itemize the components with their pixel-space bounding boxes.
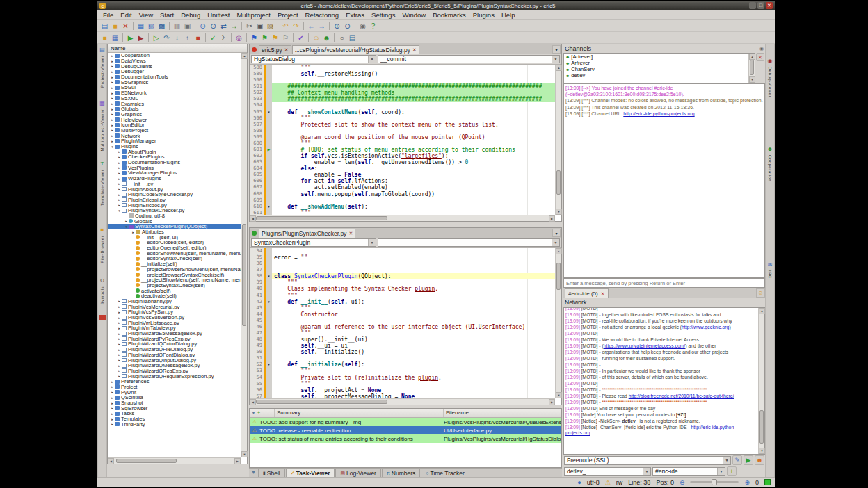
new-button[interactable]: ▤ (99, 21, 110, 31)
tree-item-pluginwizardpyregexp-py[interactable]: ▸PluginWizardPyRegExp.py (108, 336, 241, 341)
expand-icon[interactable]: ▸ (117, 155, 122, 159)
save-as-button[interactable]: ▧ (146, 21, 156, 31)
channel-combo[interactable]: #eric-ide▼ (652, 467, 725, 476)
column-header-summary[interactable]: Summary (275, 409, 444, 417)
user-chanserv[interactable]: ☻ChanServ (564, 66, 755, 72)
tree-item-iconeditor[interactable]: ▸IconEditor (108, 122, 241, 128)
tree-item-e5xml[interactable]: ▸E5XML (108, 96, 241, 101)
expand-icon[interactable]: ▸ (110, 139, 115, 143)
expand-icon[interactable]: ▸ (131, 230, 136, 234)
collapse-icon[interactable]: ▾ (110, 145, 115, 149)
menu-edit[interactable]: Edit (117, 11, 135, 19)
sidebar-tab-multiproject-viewer[interactable]: ▦Multiproject-Viewer (99, 100, 105, 151)
minimize-button[interactable]: – (749, 2, 756, 9)
tree-item-pluginwizardqregexp-py[interactable]: ▸PluginWizardQRegExp.py (108, 368, 241, 374)
expand-icon[interactable]: ▸ (117, 332, 122, 336)
expand-icon[interactable]: ▸ (117, 171, 122, 175)
open-button[interactable]: ■ (110, 21, 120, 31)
editor-tab-eric5-py[interactable]: eric5.py✕ (259, 45, 291, 54)
scroll-thumb[interactable] (256, 400, 387, 404)
tree-item-editorshowmenu-self-menuname-menu-editor[interactable]: __editorShowMenu(self, menuName, menu, e… (108, 250, 241, 256)
stop-button[interactable]: ■ (193, 33, 203, 43)
filter-icon[interactable]: ▼ (251, 409, 256, 417)
maximize-button[interactable]: □ (757, 2, 764, 9)
expand-icon[interactable]: ▸ (117, 197, 122, 202)
sidebar-tab-irc[interactable]: ✉IRC (768, 261, 773, 279)
continue-button[interactable]: ▷ (151, 33, 161, 43)
user-arfrever[interactable]: ☻[Arfrever] (564, 54, 755, 60)
cut-button[interactable]: ✂ (244, 21, 255, 31)
scroll-down-icon[interactable]: ▼ (749, 76, 755, 83)
scroll-down-icon[interactable]: ▼ (241, 451, 248, 457)
tree-item-documentationplugins[interactable]: ▸DocumentationPlugins (108, 160, 241, 165)
sidebar-tab-debug-viewer[interactable]: ◉Debug-Viewer (768, 58, 773, 97)
scroll-up-icon[interactable]: ▲ (556, 65, 562, 71)
menu-help[interactable]: Help (498, 11, 519, 19)
tree-item-pluginwizardqfontdialog-py[interactable]: ▸PluginWizardQFontDialog.py (108, 352, 241, 358)
message-link[interactable]: https://www.privateinternetaccess.com/ (604, 343, 685, 348)
menu-plugins[interactable]: Plugins (469, 11, 498, 19)
away-button[interactable]: ☻ (755, 455, 764, 465)
editor-tab-plugins-pluginsyntaxchecker-py[interactable]: Plugins/PluginSyntaxChecker.py✕ (259, 229, 355, 238)
expand-icon[interactable]: ▸ (124, 219, 129, 223)
quicksearch-button[interactable]: ⊙ (198, 21, 208, 31)
message-link[interactable]: http://blog.freenode.net/2010/11/be-safe… (629, 393, 734, 398)
zoom-slider[interactable] (690, 481, 739, 483)
expand-icon[interactable]: ▸ (117, 358, 122, 362)
method-combo[interactable]: __commit▼ (378, 55, 560, 63)
menu-debug[interactable]: Debug (177, 11, 204, 19)
tree-item-viewmanagerplugins[interactable]: ▸ViewManagerPlugins (108, 170, 241, 176)
tree-item-qscintilla[interactable]: ▸QScintilla (108, 395, 241, 400)
scroll-up-icon[interactable]: ▲ (556, 248, 562, 254)
bookmark-previous-button[interactable]: ⚑ (270, 33, 280, 43)
tab-list-button[interactable]: ▾ (552, 45, 561, 54)
expand-icon[interactable]: ▸ (117, 193, 122, 197)
menu-bookmarks[interactable]: Bookmarks (429, 11, 469, 19)
run-script-button[interactable]: ▶ (125, 33, 136, 43)
nick-combo[interactable]: detlev_▼ (564, 467, 651, 476)
user-arfrever[interactable]: ☻Arfrever (564, 60, 755, 66)
channel-tab[interactable]: #eric-ide (5) ✕ (565, 288, 609, 298)
bookmark-next-button[interactable]: ⚑ (259, 33, 270, 43)
user-detlev[interactable]: ☻detlev (564, 72, 755, 79)
code-view[interactable]: 3435error = ""363738▾class SyntaxChecker… (250, 248, 555, 398)
cooperation-button[interactable]: ☻ (321, 33, 332, 43)
scroll-up-icon[interactable]: ▲ (241, 53, 248, 59)
expand-icon[interactable]: ▸ (117, 149, 122, 154)
tree-item-pluginvmlistspace-py[interactable]: ▸PluginVmListspace.py (108, 320, 241, 325)
tree-item-e5graphics[interactable]: ▸E5Graphics (108, 79, 241, 85)
menu-multiproject[interactable]: Multiproject (233, 11, 274, 19)
search-button[interactable]: ⊙ (208, 21, 218, 31)
profile-button[interactable]: ○ (337, 33, 347, 43)
tree-item-project[interactable]: ▸Project (108, 384, 241, 390)
zoom-out-icon[interactable]: ⊖ (680, 479, 685, 486)
spell-check-button[interactable]: ✔ (296, 33, 306, 43)
scroll-thumb[interactable] (750, 60, 754, 75)
save-all-button[interactable]: ▩ (156, 21, 167, 31)
expand-icon[interactable]: ▸ (117, 320, 122, 325)
leave-channel-button[interactable]: ✕ (756, 53, 764, 61)
tree-item-pluginabout-py[interactable]: ▸PluginAbout.py (108, 186, 241, 192)
tree-item-pluginvcssubversion-py[interactable]: ▸PluginVcsSubversion.py (108, 315, 241, 320)
expand-icon[interactable]: ▸ (110, 86, 115, 90)
expand-icon[interactable]: ▸ (117, 299, 122, 303)
scroll-left-icon[interactable]: ◀ (108, 458, 114, 464)
close-icon[interactable]: ✕ (412, 47, 417, 53)
sidebar-tab-project-viewer[interactable]: ▤Project-Viewer (99, 47, 105, 88)
expand-icon[interactable]: ▸ (117, 348, 122, 352)
tree-item-sqlbrowser[interactable]: ▸SqlBrowser (108, 405, 241, 411)
expand-icon[interactable]: ▸ (110, 107, 115, 111)
tree-item-tasks[interactable]: ▸Tasks (108, 411, 241, 416)
expand-icon[interactable]: ▸ (117, 304, 122, 309)
tab-time-tracker[interactable]: ○Time Tracker (421, 469, 469, 477)
expand-icon[interactable]: ▸ (110, 422, 115, 426)
unittest-button[interactable]: ◎ (234, 33, 244, 43)
menu-refactoring[interactable]: Refactoring (302, 11, 343, 19)
expand-icon[interactable]: ▸ (117, 326, 122, 330)
print-preview-button[interactable]: ▣ (182, 21, 193, 31)
close-button[interactable]: ✕ (120, 21, 131, 31)
expand-icon[interactable]: ▸ (110, 101, 115, 106)
expand-icon[interactable]: ▸ (110, 59, 115, 63)
expand-icon[interactable]: ▸ (117, 187, 122, 191)
scroll-thumb[interactable] (556, 170, 561, 195)
